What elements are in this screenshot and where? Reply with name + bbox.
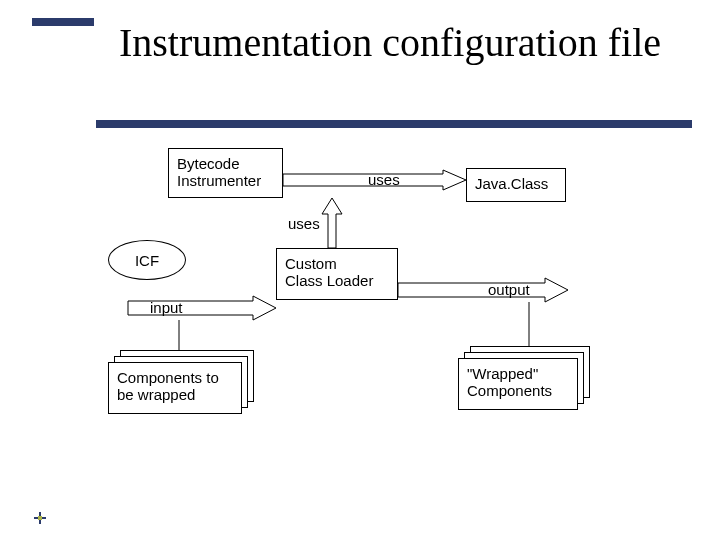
- label-uses-top: uses: [368, 171, 400, 188]
- arrow-uses-vertical: [322, 198, 342, 248]
- accent-bar-bottom: [96, 120, 692, 128]
- box-class-loader: Custom Class Loader: [276, 248, 398, 300]
- box-components-out: "Wrapped" Components: [458, 358, 578, 410]
- line-components-out: [528, 302, 530, 346]
- slide: Instrumentation configuration file Bytec…: [0, 0, 720, 540]
- stack-components-out: "Wrapped" Components: [458, 346, 596, 410]
- ellipse-icf: ICF: [108, 240, 186, 280]
- label-output: output: [488, 281, 530, 298]
- diagram: Bytecode Instrumenter Java.Class Custom …: [108, 148, 603, 478]
- box-bytecode-instrumenter: Bytecode Instrumenter: [168, 148, 283, 198]
- label-uses-mid: uses: [288, 215, 320, 232]
- accent-bar-top: [32, 18, 94, 26]
- bullet-icon: [34, 510, 46, 522]
- stack-components-in: Components to be wrapped: [108, 350, 256, 414]
- svg-marker-6: [398, 278, 568, 302]
- page-title: Instrumentation configuration file: [110, 20, 670, 66]
- ellipse-icf-label: ICF: [135, 252, 159, 269]
- box-components-in: Components to be wrapped: [108, 362, 242, 414]
- box-javaclass: Java.Class: [466, 168, 566, 202]
- arrow-output: [398, 278, 568, 302]
- line-components-in: [178, 320, 180, 350]
- svg-rect-2: [38, 516, 42, 520]
- label-input: input: [150, 299, 183, 316]
- svg-marker-4: [322, 198, 342, 248]
